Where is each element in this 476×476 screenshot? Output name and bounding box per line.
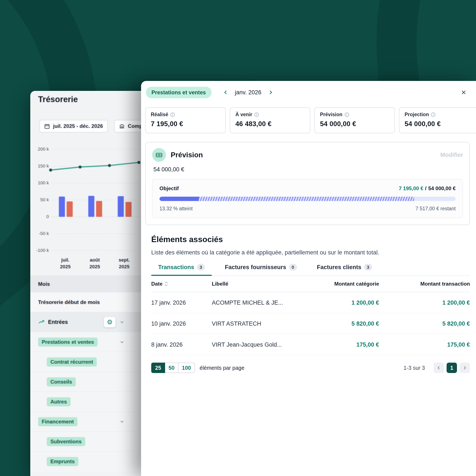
pagination: 25 50 100 éléments par page 1-3 sur 3 1 (151, 363, 470, 373)
category-pill[interactable]: Autres (47, 397, 70, 406)
chevron-down-icon[interactable] (119, 320, 125, 325)
next-month-button[interactable] (266, 88, 275, 97)
cell-date: 17 janv. 2026 (151, 299, 212, 306)
progress-projected (199, 197, 414, 201)
stat-label: Prévision (320, 112, 342, 118)
modify-link[interactable]: Modifier (440, 152, 463, 158)
cell-libelle: VIRT Jean-Jacques Gold... (212, 341, 297, 348)
category-detail-panel: Prestations et ventes janv. 2026 Réalisé… (141, 81, 476, 476)
tab-count-badge: 0 (289, 264, 297, 271)
per-page-label: éléments par page (200, 365, 244, 371)
target-amount: 54 000,00 € (428, 186, 456, 191)
amount-separator: / (425, 186, 427, 191)
column-header-montant-transaction: Montant transaction (379, 281, 470, 287)
percent-achieved-text: 13.32 % atteint (159, 206, 193, 212)
x-axis-label: août2025 (80, 257, 109, 270)
next-page-button[interactable] (459, 363, 470, 373)
table-row[interactable]: 8 janv. 2026 VIRT Jean-Jacques Gold... 1… (151, 334, 470, 355)
table-row[interactable]: 10 janv. 2026 VIRT ASTRATECH 5 820,00 € … (151, 313, 470, 334)
calendar-icon (44, 123, 50, 129)
cell-montant-transaction: 5 820,00 € (379, 321, 470, 327)
settings-gear-button[interactable] (104, 317, 116, 327)
tab-count-badge: 3 (364, 264, 372, 271)
stat-cards: Réalisé 7 195,00 € À venir 46 483,00 € P… (141, 102, 476, 133)
cell-libelle: VIRT ASTRATECH (212, 321, 297, 327)
tab-label: Factures clients (317, 264, 361, 271)
row-label: Entrées (48, 319, 68, 325)
stat-value: 46 483,00 € (235, 120, 305, 128)
tab-label: Transactions (158, 264, 194, 271)
stat-card-a-venir: À venir 46 483,00 € (230, 107, 310, 133)
info-icon[interactable] (255, 113, 259, 117)
close-button[interactable] (459, 88, 468, 97)
row-label: Mois (38, 281, 50, 287)
tab-label: Factures fournisseurs (225, 264, 286, 271)
tab-factures-clients[interactable]: Factures clients 3 (310, 264, 379, 275)
wallet-icon (152, 148, 166, 162)
associated-elements-section: Éléments associés Liste des éléments où … (151, 235, 470, 373)
category-pill[interactable]: Emprunts (47, 457, 78, 466)
panel-header: Prestations et ventes janv. 2026 (141, 81, 476, 102)
info-icon[interactable] (431, 113, 435, 117)
cell-libelle: ACOMPTE MICHEL & JE... (212, 299, 297, 306)
prevision-title: Prévision (171, 151, 203, 159)
accounts-label: Comp (128, 123, 143, 129)
category-badge: Prestations et ventes (146, 87, 212, 98)
info-icon[interactable] (345, 113, 349, 117)
sort-icon[interactable] (165, 281, 168, 287)
date-range-label: juil. 2025 - déc. 2026 (53, 123, 103, 129)
stat-label: Projection (405, 112, 429, 118)
prev-page-button[interactable] (434, 363, 444, 373)
prev-month-button[interactable] (221, 88, 230, 97)
category-pill[interactable]: Contrat récurrent (47, 357, 97, 367)
objective-progress-bar (159, 197, 456, 201)
cell-montant-categorie: 175,00 € (297, 341, 379, 348)
section-description: Liste des éléments où la catégorie a été… (151, 249, 470, 256)
category-pill[interactable]: Prestations et ventes (38, 338, 98, 347)
chevron-down-icon[interactable] (119, 419, 125, 424)
category-pill[interactable]: Financement (38, 417, 77, 426)
category-pill[interactable]: Conseils (47, 377, 76, 386)
column-header-montant-categorie: Montant catégorie (297, 281, 379, 287)
table-header: Date Libellé Montant catégorie Montant t… (151, 276, 470, 292)
objective-box: Objectif 7 195,00 €/54 000,00 € 13.32 % … (152, 179, 463, 218)
cell-montant-transaction: 175,00 € (379, 341, 470, 348)
tabs: Transactions 3 Factures fournisseurs 0 F… (151, 264, 470, 276)
prevision-card: Prévision Modifier 54 000,00 € Objectif … (145, 142, 470, 225)
table-row[interactable]: 17 janv. 2026 ACOMPTE MICHEL & JE... 1 2… (151, 292, 470, 313)
cell-date: 10 janv. 2026 (151, 321, 212, 327)
stat-value: 54 000,00 € (320, 120, 389, 128)
progress-achieved (159, 197, 199, 201)
x-axis-label: juil.2025 (51, 257, 80, 270)
cell-montant-categorie: 5 820,00 € (297, 321, 379, 327)
remaining-text: 7 517,00 € restant (416, 206, 456, 212)
trending-up-icon (38, 319, 45, 325)
page-size-50[interactable]: 50 (165, 363, 178, 373)
page-size-100[interactable]: 100 (178, 363, 195, 373)
section-title: Éléments associés (151, 235, 470, 244)
stat-card-prevision: Prévision 54 000,00 € (314, 107, 395, 133)
cell-montant-transaction: 1 200,00 € (379, 299, 470, 306)
stat-label: Réalisé (151, 112, 168, 118)
category-pill[interactable]: Subventions (47, 437, 85, 446)
column-header-date: Date (151, 281, 163, 287)
tab-count-badge: 3 (197, 264, 205, 271)
achieved-amount: 7 195,00 € (399, 186, 423, 191)
cell-date: 8 janv. 2026 (151, 341, 212, 348)
month-label: janv. 2026 (235, 89, 262, 96)
bank-icon (119, 123, 125, 129)
column-header-libelle: Libellé (212, 281, 297, 287)
range-label: 1-3 sur 3 (404, 365, 425, 371)
stat-value: 7 195,00 € (151, 120, 220, 128)
stat-label: À venir (235, 112, 252, 118)
stat-value: 54 000,00 € (405, 120, 474, 128)
chevron-down-icon[interactable] (119, 340, 125, 345)
tab-factures-fournisseurs[interactable]: Factures fournisseurs 0 (218, 264, 304, 275)
page-size-25[interactable]: 25 (151, 363, 165, 373)
date-range-button[interactable]: juil. 2025 - déc. 2026 (39, 120, 108, 132)
objective-values: 7 195,00 €/54 000,00 € (399, 186, 456, 191)
page-1-button[interactable]: 1 (447, 363, 457, 373)
info-icon[interactable] (170, 113, 175, 117)
prevision-amount: 54 000,00 € (153, 166, 463, 173)
tab-transactions[interactable]: Transactions 3 (151, 264, 212, 275)
